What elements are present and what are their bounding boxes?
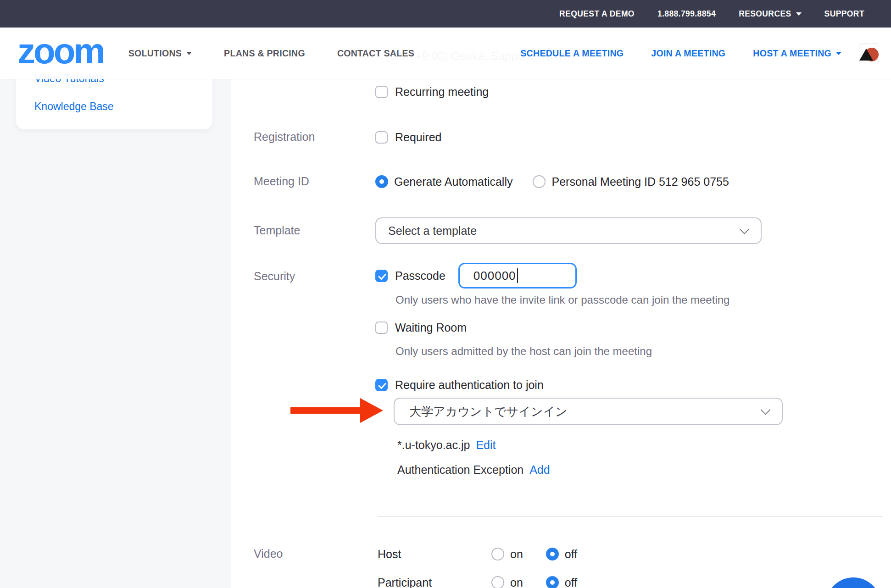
waiting-room-row: Waiting Room xyxy=(375,319,467,336)
personal-meeting-id-label: Personal Meeting ID 512 965 0755 xyxy=(551,175,729,189)
host-video-on-radio[interactable] xyxy=(491,548,504,560)
recurring-meeting-row: Recurring meeting xyxy=(375,83,489,100)
require-auth-checkbox[interactable] xyxy=(375,379,388,391)
nav-plans-pricing[interactable]: PLANS & PRICING xyxy=(224,48,305,59)
registration-required-label: Required xyxy=(395,131,441,144)
require-auth-row: Require authentication to join xyxy=(375,377,544,393)
video-host-label: Host xyxy=(378,548,491,561)
top-utility-bar: REQUEST A DEMO 1.888.799.8854 RESOURCES … xyxy=(0,0,891,28)
template-select[interactable]: Select a template xyxy=(375,217,762,244)
page: Live Training Video Tutorials Knowledge … xyxy=(0,0,891,588)
profile-avatar[interactable] xyxy=(859,43,879,63)
nav-host-meeting[interactable]: HOST A MEETING xyxy=(753,48,841,59)
auth-exception-label: Authentication Exception xyxy=(397,463,523,477)
generate-automatically-radio[interactable] xyxy=(375,175,388,188)
personal-meeting-id-radio[interactable] xyxy=(533,175,546,188)
recurring-meeting-checkbox[interactable] xyxy=(375,86,388,98)
passcode-checkbox[interactable] xyxy=(375,270,388,282)
avatar-mountain-icon xyxy=(859,49,873,61)
caret-down-icon xyxy=(186,52,192,55)
chevron-down-icon xyxy=(740,224,749,234)
zoom-logo[interactable]: zoom xyxy=(17,33,104,69)
recurring-meeting-label: Recurring meeting xyxy=(395,85,489,99)
nav-schedule-meeting[interactable]: SCHEDULE A MEETING xyxy=(520,48,624,59)
edit-link[interactable]: Edit xyxy=(476,438,496,452)
sidebar-item-knowledge-base[interactable]: Knowledge Base xyxy=(34,100,114,113)
help-floating-button[interactable] xyxy=(826,577,881,588)
registration-label: Registration xyxy=(254,130,315,144)
auth-domain-value: *.u-tokyo.ac.jp xyxy=(397,438,470,452)
add-link[interactable]: Add xyxy=(529,463,550,477)
participant-video-off-label: off xyxy=(565,576,577,588)
meeting-id-label: Meeting ID xyxy=(254,175,309,188)
resources-menu[interactable]: RESOURCES xyxy=(739,9,801,19)
waiting-room-label: Waiting Room xyxy=(395,321,467,334)
auth-domain-row: *.u-tokyo.ac.jp Edit xyxy=(397,438,496,452)
passcode-value: 000000 xyxy=(473,269,516,283)
participant-video-off-radio[interactable] xyxy=(546,576,559,588)
video-participant-row: Participant on off xyxy=(378,574,577,588)
host-video-off-label: off xyxy=(565,548,577,561)
registration-required-checkbox[interactable] xyxy=(375,131,388,144)
request-demo-link[interactable]: REQUEST A DEMO xyxy=(559,9,635,19)
participant-video-on-radio[interactable] xyxy=(491,576,504,588)
video-participant-label: Participant xyxy=(378,576,491,588)
main-navbar: zoom SOLUTIONS PLANS & PRICING CONTACT S… xyxy=(0,28,891,79)
video-label: Video xyxy=(254,547,283,560)
nav-right-menu: SCHEDULE A MEETING JOIN A MEETING HOST A… xyxy=(520,48,841,59)
template-select-value: Select a template xyxy=(376,224,477,238)
section-divider xyxy=(378,516,883,517)
caret-down-icon xyxy=(836,52,841,55)
host-video-off-radio[interactable] xyxy=(546,548,559,560)
meeting-id-row: Generate Automatically Personal Meeting … xyxy=(375,173,729,190)
passcode-helper-text: Only users who have the invite link or p… xyxy=(395,294,730,306)
annotation-arrow xyxy=(290,407,361,414)
waiting-room-helper-text: Only users admitted by the host can join… xyxy=(395,345,652,358)
require-auth-label: Require authentication to join xyxy=(395,378,544,392)
text-cursor xyxy=(517,268,518,283)
caret-down-icon xyxy=(796,12,802,16)
passcode-label: Passcode xyxy=(395,269,446,283)
passcode-row: Passcode 000000 xyxy=(375,262,577,289)
registration-row: Required xyxy=(375,129,441,145)
participant-video-on-label: on xyxy=(510,576,523,588)
host-video-on-label: on xyxy=(510,548,523,561)
nav-left-menu: SOLUTIONS PLANS & PRICING CONTACT SALES xyxy=(128,48,414,59)
annotation-arrow-head xyxy=(360,398,383,423)
phone-number[interactable]: 1.888.799.8854 xyxy=(657,9,716,19)
template-label: Template xyxy=(254,224,300,237)
waiting-room-checkbox[interactable] xyxy=(375,322,388,334)
auth-exception-row: Authentication Exception Add xyxy=(397,463,550,477)
security-label: Security xyxy=(254,270,295,283)
video-host-row: Host on off xyxy=(378,546,577,562)
nav-contact-sales[interactable]: CONTACT SALES xyxy=(337,48,414,59)
auth-method-value: 大学アカウントでサインイン xyxy=(395,404,568,420)
passcode-input[interactable]: 000000 xyxy=(458,263,577,288)
nav-join-meeting[interactable]: JOIN A MEETING xyxy=(651,48,725,59)
nav-solutions[interactable]: SOLUTIONS xyxy=(128,48,192,59)
auth-method-select[interactable]: 大学アカウントでサインイン xyxy=(394,398,783,425)
generate-automatically-label: Generate Automatically xyxy=(394,175,512,189)
support-link[interactable]: SUPPORT xyxy=(824,9,864,19)
chevron-down-icon xyxy=(761,405,770,415)
